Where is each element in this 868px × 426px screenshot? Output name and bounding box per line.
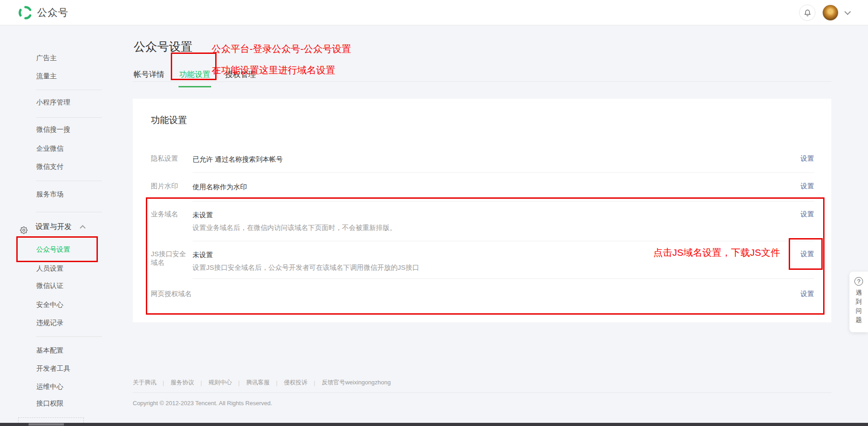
- help-label-char: 到: [856, 297, 862, 306]
- copyright: Copyright © 2012-2023 Tencent. All Right…: [133, 400, 831, 407]
- sidebar-item[interactable]: 安全中心: [0, 296, 113, 314]
- panel-heading: 功能设置: [133, 99, 831, 126]
- notifications-button[interactable]: [799, 5, 815, 21]
- sidebar-item[interactable]: 人员设置: [0, 259, 113, 278]
- sidebar-item[interactable]: 违规记录: [0, 314, 113, 332]
- scrollbar-thumb[interactable]: [29, 423, 64, 426]
- chevron-up-icon: [80, 225, 86, 231]
- sidebar-item[interactable]: 公众号设置: [0, 240, 113, 258]
- footer-link[interactable]: 腾讯客服: [246, 378, 270, 387]
- row-value: 使用名称作为水印: [193, 173, 247, 201]
- sidebar-item[interactable]: 微信支付: [0, 158, 113, 176]
- help-label: 遇到问题: [856, 288, 862, 325]
- help-label-char: 问: [856, 306, 862, 316]
- row-label: 隐私设置: [151, 146, 193, 173]
- sidebar-item[interactable]: 企业微信: [0, 139, 113, 158]
- chevron-down-icon[interactable]: [844, 9, 851, 15]
- main-content: 公众号设置 公众平台-登录公众号-公众号设置 帐号详情功能设置授权管理 在功能设…: [113, 25, 868, 423]
- footer-link[interactable]: 反馈官号weixingongzhong: [322, 378, 391, 387]
- settings-rows: 隐私设置已允许 通过名称搜索到本帐号设置图片水印使用名称作为水印设置业务域名未设…: [133, 146, 831, 319]
- sidebar: 广告主流量主小程序管理微信搜一搜企业微信微信支付服务市场设置与开发公众号设置人员…: [0, 25, 113, 423]
- question-icon: ?: [854, 277, 863, 286]
- footer-link-separator: |: [276, 379, 277, 386]
- footer-link[interactable]: 服务协议: [170, 378, 194, 387]
- footer-links: 关于腾讯|服务协议|规则中心|腾讯客服|侵权投诉|反馈官号weixingongz…: [133, 378, 831, 387]
- sidebar-item[interactable]: 广告主: [0, 49, 113, 67]
- page-title: 公众号设置: [134, 39, 193, 55]
- top-bar: 公众号: [0, 0, 868, 25]
- avatar[interactable]: [823, 5, 838, 20]
- official-account-logo-icon: [18, 5, 33, 20]
- footer-link-separator: |: [163, 379, 164, 386]
- sidebar-item[interactable]: 微信认证: [0, 277, 113, 295]
- sidebar-item[interactable]: 微信搜一搜: [0, 120, 113, 139]
- row-label: 网页授权域名: [151, 279, 193, 319]
- sidebar-section-label: 设置与开发: [35, 223, 72, 230]
- row-value: 已允许 通过名称搜索到本帐号: [193, 146, 283, 172]
- sidebar-divider: [36, 212, 102, 212]
- footer: 关于腾讯|服务协议|规则中心|腾讯客服|侵权投诉|反馈官号weixingongz…: [133, 378, 831, 407]
- annotation-path: 公众平台-登录公众号-公众号设置: [212, 43, 351, 55]
- row-description: 设置业务域名后，在微信内访问该域名下页面时，不会被重新排版。: [193, 223, 396, 233]
- settings-link[interactable]: 设置: [800, 290, 814, 297]
- tab-separator: [172, 71, 172, 78]
- sidebar-divider: [36, 336, 102, 337]
- help-label-char: 遇: [856, 288, 862, 297]
- footer-link[interactable]: 关于腾讯: [133, 378, 156, 387]
- settings-link[interactable]: 设置: [800, 210, 814, 218]
- settings-row: 图片水印使用名称作为水印设置: [133, 173, 831, 201]
- horizontal-scrollbar[interactable]: [0, 423, 868, 426]
- sidebar-item[interactable]: 运维中心: [0, 378, 113, 396]
- settings-row: 隐私设置已允许 通过名称搜索到本帐号设置: [133, 146, 831, 173]
- sidebar-divider: [36, 90, 102, 90]
- help-label-char: 题: [856, 316, 862, 325]
- settings-link[interactable]: 设置: [800, 182, 814, 190]
- row-label: 图片水印: [151, 173, 193, 201]
- sidebar-item[interactable]: 小程序管理: [0, 93, 113, 111]
- row-label: JS接口安全域名: [151, 241, 193, 279]
- sidebar-section-settings-dev[interactable]: 设置与开发: [0, 218, 113, 236]
- function-settings-panel: 功能设置 隐私设置已允许 通过名称搜索到本帐号设置图片水印使用名称作为水印设置业…: [133, 99, 831, 322]
- sidebar-divider: [36, 181, 102, 181]
- row-value: 未设置设置JS接口安全域名后，公众号开发者可在该域名下调用微信开放的JS接口: [193, 241, 419, 278]
- gear-icon: [20, 223, 28, 241]
- row-value: 未设置设置业务域名后，在微信内访问该域名下页面时，不会被重新排版。: [193, 201, 396, 241]
- footer-link-separator: |: [238, 379, 240, 386]
- tab-2[interactable]: 功能设置: [178, 69, 211, 80]
- settings-link[interactable]: 设置: [800, 250, 814, 258]
- row-label: 业务域名: [151, 201, 193, 241]
- footer-divider: [133, 392, 831, 393]
- footer-link-separator: |: [200, 379, 202, 386]
- tab-bottom-divider: [133, 81, 831, 82]
- sidebar-item[interactable]: 基本配置: [0, 341, 113, 359]
- brand: 公众号: [18, 5, 68, 20]
- sidebar-item[interactable]: 接口权限: [0, 394, 113, 412]
- settings-row: 业务域名未设置设置业务域名后，在微信内访问该域名下页面时，不会被重新排版。设置: [133, 201, 831, 241]
- row-description: 设置JS接口安全域名后，公众号开发者可在该域名下调用微信开放的JS接口: [193, 263, 419, 273]
- footer-link[interactable]: 侵权投诉: [284, 378, 308, 387]
- help-widget[interactable]: ? 遇到问题: [849, 272, 868, 332]
- sidebar-item[interactable]: 开发者工具: [0, 359, 113, 378]
- brand-name: 公众号: [37, 6, 68, 19]
- settings-row: 网页授权域名设置: [133, 279, 831, 319]
- settings-link[interactable]: 设置: [800, 154, 814, 162]
- footer-link[interactable]: 规则中心: [208, 378, 232, 387]
- sidebar-divider: [36, 117, 102, 118]
- footer-link-separator: |: [314, 379, 315, 386]
- annotation-js: 点击JS域名设置，下载JS文件: [653, 246, 780, 259]
- bell-icon: [804, 9, 811, 17]
- sidebar-item[interactable]: 服务市场: [0, 185, 113, 203]
- active-tab-underline: [178, 86, 211, 87]
- annotation-tab: 在功能设置这里进行域名设置: [212, 64, 335, 77]
- tab-1[interactable]: 帐号详情: [133, 69, 165, 80]
- sidebar-item[interactable]: 流量主: [0, 67, 113, 85]
